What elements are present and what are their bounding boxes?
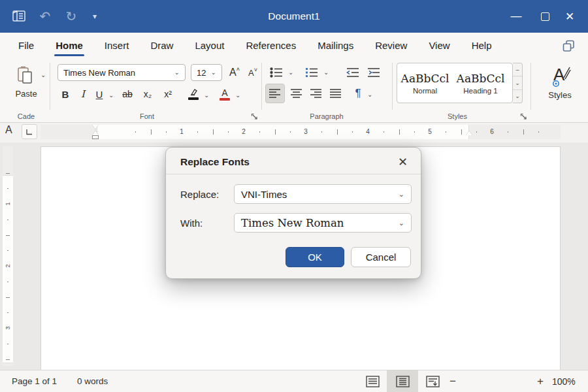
zoom-out-icon[interactable]: − bbox=[449, 375, 456, 388]
replace-fonts-dialog: Replace Fonts ✕ Replace: VNI-Times ⌄ Wit… bbox=[165, 147, 421, 279]
web-layout-button[interactable] bbox=[421, 370, 444, 392]
dialog-close-icon[interactable]: ✕ bbox=[395, 154, 410, 171]
style-normal[interactable]: AaBbCcl Normal bbox=[397, 63, 453, 103]
justify-button[interactable] bbox=[327, 84, 345, 103]
italic-button[interactable]: I bbox=[76, 85, 90, 103]
bullets-button[interactable] bbox=[267, 64, 286, 81]
ruler-number: 2 bbox=[242, 128, 246, 135]
page-indicator[interactable]: Page 1 of 1 bbox=[12, 376, 57, 386]
font-family-value: Times New Roman bbox=[63, 68, 135, 78]
font-size-combobox[interactable]: 12 ⌄ bbox=[191, 64, 222, 81]
clipboard-group-label: Cade bbox=[5, 112, 47, 120]
align-right-button[interactable] bbox=[307, 84, 325, 103]
menu-file[interactable]: File bbox=[17, 36, 35, 55]
minimize-button[interactable]: — bbox=[502, 0, 531, 33]
show-formatting-button[interactable]: ¶ bbox=[350, 84, 366, 103]
styles-pane-icon[interactable]: A bbox=[537, 61, 583, 90]
ruler-number: 3 bbox=[304, 128, 308, 135]
word-count[interactable]: 0 words bbox=[77, 376, 108, 386]
style-normal-preview: AaBbCcl bbox=[401, 72, 449, 85]
group-separator bbox=[531, 63, 531, 110]
hanging-indent-marker[interactable] bbox=[92, 131, 99, 139]
shrink-font-letter: A bbox=[248, 68, 254, 78]
zoom-in-icon[interactable]: + bbox=[537, 375, 544, 388]
font-family-combobox[interactable]: Times New Roman ⌄ bbox=[57, 64, 186, 81]
font-group-label: Font bbox=[98, 112, 196, 120]
horizontal-ruler: 123456 bbox=[41, 125, 561, 139]
styles-dialog-launcher-icon[interactable] bbox=[520, 111, 528, 119]
with-select-dropdown-icon: ⌄ bbox=[399, 220, 404, 227]
menu-draw[interactable]: Draw bbox=[149, 36, 174, 55]
font-color-button[interactable]: A bbox=[216, 85, 234, 103]
menu-layout[interactable]: Layout bbox=[193, 36, 225, 55]
share-icon[interactable] bbox=[563, 40, 575, 55]
menu-insert[interactable]: Insert bbox=[103, 36, 131, 55]
zoom-level[interactable]: 100% bbox=[552, 376, 576, 387]
menu-view[interactable]: View bbox=[427, 36, 451, 55]
subscript-button[interactable]: x₂ bbox=[139, 85, 157, 103]
tab-selector[interactable] bbox=[22, 124, 37, 139]
replace-field-label: Replace: bbox=[180, 189, 219, 200]
ruler-number: 2 bbox=[5, 264, 11, 267]
statusbar: Page 1 of 1 0 words − + 100% bbox=[0, 370, 588, 392]
menu-references[interactable]: References bbox=[244, 36, 297, 55]
right-indent-marker[interactable] bbox=[466, 131, 472, 135]
gallery-scroll-down-icon[interactable]: ⌄ bbox=[513, 76, 522, 90]
menu-mailings[interactable]: Mailings bbox=[316, 36, 355, 55]
highlight-color-bar bbox=[188, 97, 199, 100]
formatting-dropdown-icon[interactable]: ⌄ bbox=[367, 91, 372, 98]
numbering-dropdown-icon[interactable]: ⌄ bbox=[323, 69, 329, 76]
highlight-dropdown-icon[interactable]: ⌄ bbox=[204, 92, 209, 99]
group-separator bbox=[392, 63, 393, 110]
style-heading1-name: Heading 1 bbox=[463, 87, 497, 95]
with-font-select[interactable]: Times New Roman ⌄ bbox=[234, 213, 412, 233]
highlight-color-button[interactable] bbox=[184, 85, 203, 103]
vertical-ruler: 123 bbox=[3, 146, 13, 366]
close-button[interactable]: ✕ bbox=[555, 0, 584, 33]
superscript-button[interactable]: x² bbox=[158, 85, 178, 103]
first-line-indent-marker[interactable] bbox=[92, 125, 99, 129]
read-mode-button[interactable] bbox=[361, 370, 384, 392]
gallery-expand-icon[interactable]: ⌄ bbox=[513, 90, 522, 103]
underline-button[interactable]: U bbox=[91, 85, 107, 103]
menu-help[interactable]: Help bbox=[470, 36, 493, 55]
ruler-number: 1 bbox=[180, 128, 184, 135]
bullets-dropdown-icon[interactable]: ⌄ bbox=[288, 69, 293, 76]
ruler-printable-area bbox=[97, 125, 469, 139]
decrease-indent-button[interactable] bbox=[344, 64, 362, 81]
ok-button[interactable]: OK bbox=[286, 247, 344, 267]
font-dialog-launcher-icon[interactable] bbox=[251, 111, 259, 119]
menu-review[interactable]: Review bbox=[374, 36, 408, 55]
increase-indent-button[interactable] bbox=[365, 64, 383, 81]
style-heading1[interactable]: AaBbCcl Heading 1 bbox=[453, 63, 508, 103]
shrink-font-button[interactable]: A˅ bbox=[244, 64, 261, 81]
style-heading1-preview: AaBbCcl bbox=[457, 72, 505, 85]
paste-button[interactable] bbox=[10, 63, 39, 89]
paste-label[interactable]: Paste bbox=[10, 89, 42, 99]
numbering-button[interactable] bbox=[302, 64, 321, 81]
align-center-button[interactable] bbox=[287, 84, 306, 103]
ruler-number: 6 bbox=[490, 128, 494, 135]
strikethrough-button[interactable]: ab bbox=[118, 85, 137, 103]
ruler-bar: A 123456 bbox=[0, 123, 588, 142]
gallery-scroll-up-icon[interactable]: – bbox=[513, 63, 522, 76]
replace-font-select[interactable]: VNI-Times ⌄ bbox=[234, 184, 412, 204]
menu-home[interactable]: Home bbox=[54, 36, 84, 55]
dialog-title: Replace Fonts bbox=[180, 156, 250, 168]
ruler-number: 3 bbox=[5, 326, 11, 329]
replace-select-dropdown-icon: ⌄ bbox=[399, 191, 404, 198]
word-window: ↶ ↻ ▾ Document1 — ✕ File Home Insert Dra… bbox=[0, 0, 588, 392]
styles-pane-label[interactable]: Styles bbox=[537, 90, 583, 100]
styles-group-label: Styles bbox=[405, 112, 510, 120]
underline-letter: U bbox=[96, 89, 103, 100]
cancel-button[interactable]: Cancel bbox=[351, 247, 411, 267]
paste-dropdown-icon[interactable]: ⌄ bbox=[41, 72, 46, 78]
font-color-dropdown-icon[interactable]: ⌄ bbox=[235, 92, 240, 99]
print-layout-button[interactable] bbox=[387, 370, 418, 392]
strikethrough-letters: ab bbox=[122, 89, 133, 99]
dialog-divider bbox=[166, 174, 421, 174]
bold-button[interactable]: B bbox=[57, 85, 73, 103]
grow-font-button[interactable]: A˄ bbox=[226, 64, 243, 81]
align-left-button[interactable] bbox=[265, 84, 285, 103]
underline-dropdown-icon[interactable]: ⌄ bbox=[108, 92, 114, 99]
